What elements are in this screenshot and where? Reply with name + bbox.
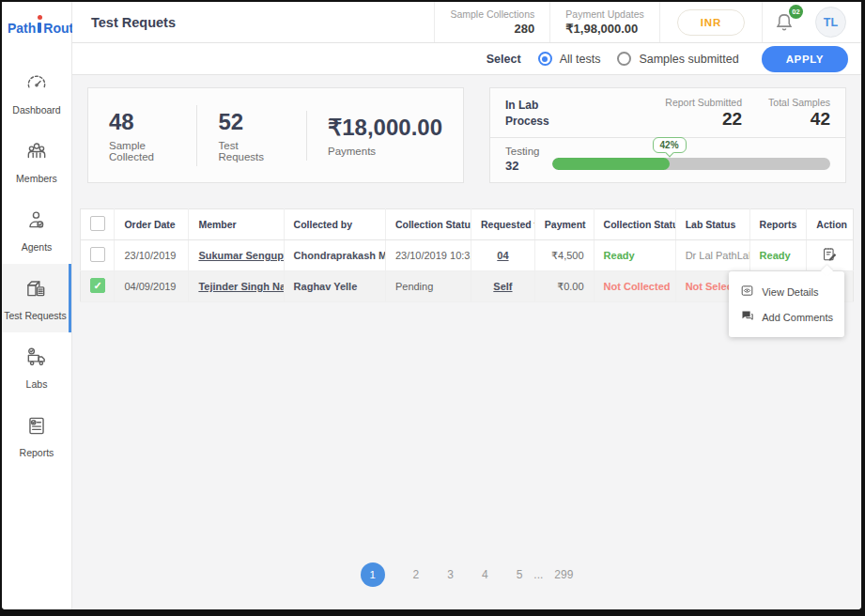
menu-item-label: View Details [762, 286, 818, 298]
total-samples-stat: Total Samples 42 [768, 97, 830, 130]
test-requests-table-wrap: Order Date Member Collected by Collectio… [80, 208, 854, 302]
agent-icon [24, 208, 49, 236]
bell-icon[interactable]: 02 [772, 10, 796, 35]
requested-for-cell: 04 [471, 240, 535, 271]
top-header: Test Requets Sample Collections 280 Paym… [72, 2, 861, 43]
sidebar-item-agents[interactable]: Agents [2, 195, 71, 264]
lab-panel-top: In Lab Process Report Submitted 22 Total… [490, 88, 845, 138]
notification-badge: 02 [789, 5, 803, 19]
lab-status-cell: Dr Lal PathLab [675, 240, 749, 271]
requested-for-link[interactable]: Self [493, 281, 512, 292]
table-row[interactable]: 23/10/2019 Sukumar Sengupta Chondrapraka… [81, 240, 854, 271]
sidebar-item-label: Reports [20, 447, 54, 458]
pagination-ellipsis: ... [533, 568, 543, 581]
header-right-group: Sample Collections 280 Payment Updates ₹… [434, 2, 861, 42]
payment-updates-label: Payment Updates [565, 8, 643, 20]
notification-group: 02 [762, 2, 810, 42]
page-button-3[interactable]: 3 [447, 568, 454, 581]
report-submitted-value: 22 [665, 109, 742, 130]
in-lab-process-panel: In Lab Process Report Submitted 22 Total… [489, 87, 846, 183]
menu-item-view-details[interactable]: View Details [729, 279, 844, 304]
menu-item-label: Add Comments [762, 312, 833, 323]
radio-samples-submitted-label: Samples submitted [639, 53, 738, 66]
brand-i-mark [37, 19, 42, 33]
page-button-299[interactable]: 299 [554, 568, 573, 581]
stat-sample-collected: 48 Sample Collected [88, 105, 196, 166]
stat-test-requests: 52 Test Requests [196, 105, 305, 166]
col-collected-by: Collected by [284, 209, 385, 240]
requested-for-link[interactable]: 04 [497, 250, 508, 261]
main-area: Test Requets Sample Collections 280 Paym… [72, 2, 861, 609]
brand-logo[interactable]: PathRoute [2, 2, 71, 49]
sidebar-item-test-requests[interactable]: Test Requests [2, 264, 71, 332]
member-link[interactable]: Tejinder Singh Nagee [198, 281, 284, 292]
sidebar: PathRoute Dashboard Members Agents [2, 2, 72, 609]
collection-status-cell: 23/10/2019 10:32 [385, 240, 471, 271]
sidebar-item-labs[interactable]: Labs [2, 332, 71, 401]
action-context-menu: View Details Add Comments [729, 271, 844, 337]
radio-all-tests[interactable]: All tests [538, 52, 601, 66]
report-submitted-label: Report Submitted [665, 97, 742, 108]
col-member: Member [189, 209, 284, 240]
currency-button[interactable]: INR [677, 9, 745, 36]
col-collection-status-2: Collection Status [594, 209, 675, 240]
sample-status-cell: Ready [594, 240, 675, 271]
radio-all-tests-control[interactable] [538, 52, 552, 66]
collected-by-cell: Chondraprakash Mondol [284, 240, 385, 271]
payment-cell: ₹4,500 [534, 240, 594, 271]
sidebar-item-label: Dashboard [12, 104, 60, 116]
order-date-cell: 04/09/2019 [115, 271, 189, 302]
payment-updates-stat: Payment Updates ₹1,98,000.00 [549, 2, 658, 42]
stat-sample-collected-label: Sample Collected [109, 140, 176, 162]
page-button-2[interactable]: 2 [413, 568, 420, 581]
payment-updates-value: ₹1,98,000.00 [565, 22, 638, 36]
progress-percent-badge: 42% [653, 137, 687, 153]
sample-collections-label: Sample Collections [450, 8, 534, 20]
testing-progress: 42% [552, 158, 830, 170]
sidebar-nav: Dashboard Members Agents Test Requests [2, 58, 71, 470]
col-requested-for: Requested for [471, 209, 535, 240]
page-button-5[interactable]: 5 [517, 568, 523, 581]
avatar[interactable]: TL [815, 7, 846, 38]
sidebar-item-reports[interactable]: Reports [2, 401, 71, 470]
stat-payments-value: ₹18,000.00 [328, 115, 442, 141]
menu-item-add-comments[interactable]: Add Comments [729, 304, 844, 330]
sidebar-item-label: Labs [26, 378, 48, 390]
page-button-4[interactable]: 4 [482, 568, 488, 581]
report-icon [24, 413, 49, 441]
sidebar-item-label: Test Requests [4, 310, 67, 321]
radio-samples-submitted[interactable]: Samples submitted [617, 52, 738, 66]
member-link[interactable]: Sukumar Sengupta [198, 250, 284, 261]
edit-note-icon[interactable] [819, 243, 841, 268]
select-all-checkbox[interactable] [90, 216, 105, 231]
stat-sample-collected-value: 48 [109, 109, 176, 135]
row-checkbox[interactable] [90, 247, 105, 262]
gauge-icon [24, 70, 49, 99]
view-details-icon [740, 284, 754, 300]
pagination: 1 2 3 4 5 ... 299 [80, 551, 854, 600]
summary-stats-card: 48 Sample Collected 52 Test Requests ₹18… [87, 87, 464, 183]
total-samples-value: 42 [768, 109, 830, 130]
filter-bar: Select All tests Samples submitted APPLY [72, 43, 861, 75]
page-button-1[interactable]: 1 [361, 562, 385, 587]
testing-value: 32 [505, 159, 539, 173]
sidebar-item-members[interactable]: Members [2, 127, 71, 195]
app-window: PathRoute Dashboard Members Agents [2, 2, 861, 609]
sidebar-item-dashboard[interactable]: Dashboard [2, 58, 71, 127]
row-select-cell [81, 240, 115, 271]
testing-label: Testing [505, 146, 539, 157]
col-action: Action [807, 209, 854, 240]
testing-stat: Testing 32 [505, 146, 539, 173]
col-lab-status: Lab Status [675, 209, 749, 240]
lab-panel-title: In Lab Process [505, 98, 554, 128]
apply-button[interactable]: APPLY [762, 46, 848, 72]
collection-status-cell: Pending [385, 271, 471, 302]
radio-samples-submitted-control[interactable] [617, 52, 631, 66]
row-checkbox[interactable] [90, 278, 105, 293]
avatar-group: TL [810, 2, 861, 42]
brand-part1: Path [8, 21, 36, 36]
row-select-cell [81, 271, 115, 302]
summary-row: 48 Sample Collected 52 Test Requests ₹18… [87, 87, 846, 183]
payment-cell: ₹0.00 [534, 271, 594, 302]
progress-track [552, 158, 830, 170]
